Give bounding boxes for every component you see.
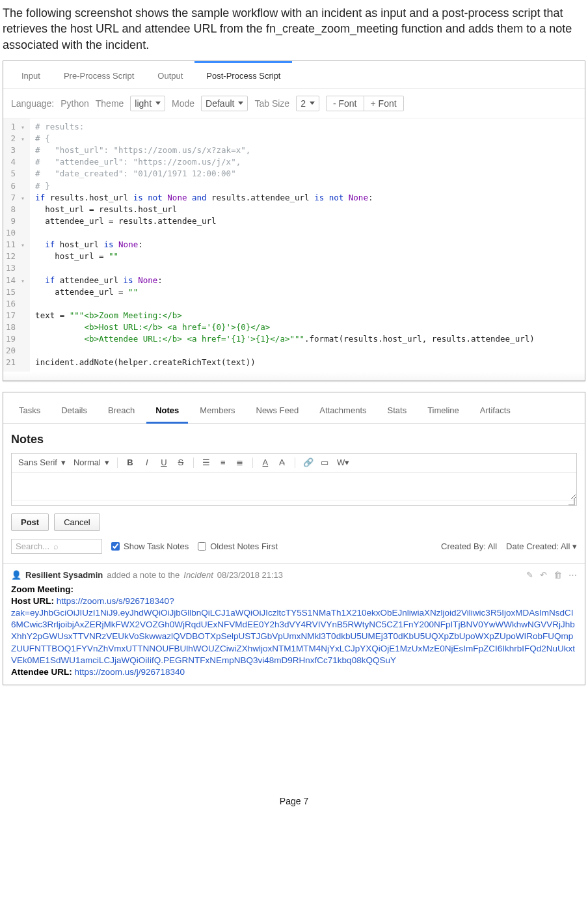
- code-editor[interactable]: 1 ▾2 ▾3 4 5 6 7 ▾8 9 10 11 ▾12 13 14 ▾15…: [3, 118, 585, 372]
- font-family-select[interactable]: Sans Serif▾: [18, 458, 66, 467]
- notes-filter-row: Search... ⌕ Show Task Notes Oldest Notes…: [3, 539, 585, 560]
- notes-title: Notes: [3, 424, 585, 453]
- edit-icon[interactable]: ✎: [526, 570, 533, 580]
- incident-tab-breach[interactable]: Breach: [99, 399, 144, 423]
- note-author: Resilient Sysadmin: [25, 570, 103, 580]
- workflow-tab-post-process-script[interactable]: Post-Process Script: [194, 61, 292, 89]
- workflow-tab-pre-process-script[interactable]: Pre-Process Script: [52, 61, 146, 89]
- note-entry: 👤 Resilient Sysadmin added a note to the…: [3, 563, 585, 685]
- caret-down-icon: [155, 102, 161, 105]
- strikethrough-icon[interactable]: S: [176, 458, 185, 467]
- theme-select[interactable]: light: [130, 96, 165, 111]
- tabsize-select[interactable]: 2: [296, 96, 319, 111]
- reply-icon[interactable]: ↶: [540, 570, 547, 580]
- incident-tab-members[interactable]: Members: [191, 399, 244, 423]
- font-plus-button[interactable]: + Font: [364, 96, 403, 111]
- language-label: Language:: [11, 98, 54, 109]
- page-number: Page 7: [3, 796, 585, 806]
- tabsize-label: Tab Size: [254, 98, 289, 109]
- underline-icon[interactable]: U: [159, 458, 168, 467]
- note-action-text: added a note to the: [107, 570, 180, 580]
- caret-down-icon: [310, 102, 315, 105]
- font-size-buttons: - Font + Font: [326, 96, 404, 111]
- bold-icon[interactable]: B: [126, 458, 135, 467]
- theme-label: Theme: [96, 98, 124, 109]
- wiki-icon[interactable]: W▾: [337, 458, 346, 467]
- workflow-tab-output[interactable]: Output: [146, 61, 194, 89]
- show-task-notes-checkbox[interactable]: Show Task Notes: [111, 541, 189, 551]
- incident-tab-tasks[interactable]: Tasks: [10, 399, 49, 423]
- oldest-first-checkbox[interactable]: Oldest Notes First: [198, 541, 278, 551]
- incident-tab-artifacts[interactable]: Artifacts: [471, 399, 520, 423]
- text-color-icon[interactable]: A: [261, 458, 270, 467]
- editor-toolbar: Language: Python Theme light Mode Defaul…: [3, 89, 585, 118]
- code-editor-screenshot: InputPre-Process ScriptOutputPost-Proces…: [3, 61, 585, 381]
- rte-textarea[interactable]: [12, 472, 576, 500]
- resize-grip-icon[interactable]: [568, 499, 575, 506]
- attendee-url-label: Attendee URL:: [11, 667, 72, 677]
- note-title: Zoom Meeting:: [11, 584, 74, 594]
- rte-toolbar: Sans Serif▾ Normal▾ B I U S ☰ ≡ ≣ A A̶ 🔗…: [12, 454, 576, 472]
- workflow-tabs: InputPre-Process ScriptOutputPost-Proces…: [3, 61, 585, 89]
- incident-tabs: TasksDetailsBreachNotesMembersNews FeedA…: [3, 392, 585, 424]
- notes-screenshot: TasksDetailsBreachNotesMembersNews FeedA…: [3, 392, 585, 686]
- link-icon[interactable]: 🔗: [303, 458, 312, 467]
- clear-format-icon[interactable]: A̶: [278, 458, 287, 467]
- font-size-select[interactable]: Normal▾: [74, 458, 109, 467]
- more-icon[interactable]: ⋯: [568, 570, 577, 580]
- host-url-link[interactable]: https://zoom.us/s/926718340?zak=eyJhbGci…: [11, 596, 575, 665]
- search-placeholder: Search...: [16, 541, 49, 551]
- incident-tab-timeline[interactable]: Timeline: [418, 399, 468, 423]
- ordered-list-icon[interactable]: ☰: [202, 458, 211, 467]
- rich-text-editor: Sans Serif▾ Normal▾ B I U S ☰ ≡ ≣ A A̶ 🔗…: [11, 453, 577, 506]
- align-icon[interactable]: ≣: [235, 458, 245, 467]
- cancel-button[interactable]: Cancel: [54, 513, 100, 531]
- caret-down-icon: [238, 102, 243, 105]
- language-value: Python: [60, 98, 89, 109]
- created-by-filter[interactable]: Created By: All: [441, 541, 497, 551]
- delete-icon[interactable]: 🗑: [554, 570, 562, 580]
- unordered-list-icon[interactable]: ≡: [219, 458, 228, 467]
- font-minus-button[interactable]: - Font: [327, 96, 364, 111]
- date-created-filter[interactable]: Date Created: All ▾: [506, 541, 577, 551]
- search-input[interactable]: Search... ⌕: [11, 539, 102, 554]
- note-timestamp: 08/23/2018 21:13: [217, 570, 283, 580]
- image-icon[interactable]: ▭: [320, 458, 329, 467]
- user-icon: 👤: [11, 570, 21, 580]
- attendee-url-link[interactable]: https://zoom.us/j/926718340: [75, 667, 185, 677]
- italic-icon[interactable]: I: [142, 458, 152, 467]
- intro-text: The following screenshot shows the sampl…: [3, 5, 585, 53]
- incident-tab-news-feed[interactable]: News Feed: [247, 399, 308, 423]
- incident-tab-notes[interactable]: Notes: [146, 399, 188, 424]
- incident-tab-stats[interactable]: Stats: [379, 399, 416, 423]
- incident-tab-attachments[interactable]: Attachments: [310, 399, 375, 423]
- host-url-label: Host URL:: [11, 596, 54, 606]
- note-target: Incident: [183, 570, 213, 580]
- mode-label: Mode: [172, 98, 194, 109]
- mode-select[interactable]: Default: [201, 96, 248, 111]
- workflow-tab-input[interactable]: Input: [10, 61, 52, 89]
- post-button[interactable]: Post: [11, 513, 49, 531]
- search-icon: ⌕: [53, 541, 59, 551]
- incident-tab-details[interactable]: Details: [52, 399, 96, 423]
